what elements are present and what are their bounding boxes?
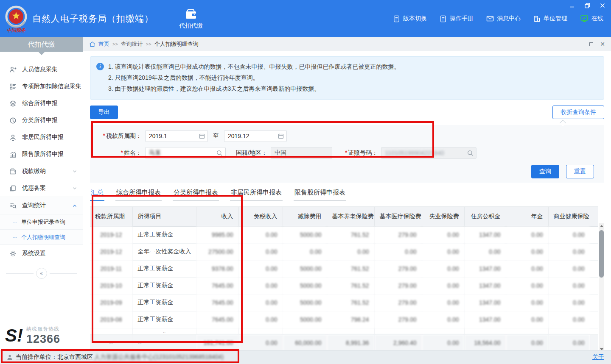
cell: 279.00 bbox=[374, 294, 422, 311]
monitor-check-icon bbox=[580, 15, 589, 22]
content-body: i 1. 该查询统计表仅能查询已申报成功的数据，不包含未申报、申报失败，已申报但… bbox=[83, 51, 611, 350]
calendar-icon[interactable] bbox=[278, 133, 284, 139]
online-label: 在线 bbox=[591, 15, 603, 22]
sidebar-item-system-settings[interactable]: 系统设置 bbox=[0, 245, 83, 262]
cell: 279.00 bbox=[374, 311, 422, 328]
tab-classified-income[interactable]: 分类所得申报表 bbox=[173, 188, 219, 201]
tab-restricted-shares[interactable]: 限售股所得申报表 bbox=[294, 188, 346, 201]
vertical-scroll-thumb[interactable] bbox=[599, 230, 604, 278]
about-link[interactable]: 关于 bbox=[592, 353, 604, 361]
sidebar-collapse-button[interactable]: « bbox=[36, 268, 47, 279]
sidebar-item-classified-income[interactable]: 分类所得申报 bbox=[0, 112, 83, 129]
sidebar-item-comprehensive-income[interactable]: 综合所得申报 bbox=[0, 95, 83, 112]
cell bbox=[590, 243, 598, 260]
menu-message-center[interactable]: 消息中心 bbox=[486, 15, 521, 22]
menu-manual[interactable]: 操作手册 bbox=[440, 15, 474, 22]
column-header: 基本医疗保险费 bbox=[374, 207, 422, 226]
scroll-down-icon[interactable] bbox=[599, 347, 604, 350]
sidebar-item-personnel-info[interactable]: 人员信息采集 bbox=[0, 61, 83, 78]
table-row: 2019-11正常工资薪金9378.000.005000.00761.52279… bbox=[90, 260, 598, 277]
cell: 正常工资薪金 bbox=[132, 277, 196, 294]
breadcrumb-item[interactable]: 查询统计 bbox=[121, 40, 143, 48]
tab-daikou-daijiao[interactable]: 代扣代缴 bbox=[179, 8, 203, 30]
sidebar-item-tax-payment[interactable]: 税款缴纳 bbox=[0, 163, 83, 180]
cell: 0.00 bbox=[238, 277, 283, 294]
table-summary-row: ----161,741.000.0060,000.008,991.362,960… bbox=[90, 334, 598, 350]
sidebar-item-restricted-shares[interactable]: 限售股所得申报 bbox=[0, 146, 83, 163]
toolbar: 导出 收折查询条件 bbox=[90, 106, 604, 119]
cell: 0.00 bbox=[283, 243, 327, 260]
cell: 2019-10 bbox=[90, 277, 132, 294]
sidebar-item-personal-withholding-query[interactable]: 个人扣缴明细查询 bbox=[0, 229, 83, 245]
cell: 0.00 bbox=[238, 243, 283, 260]
search-icon[interactable] bbox=[216, 150, 223, 156]
name-label: *姓名： bbox=[92, 149, 142, 157]
caret-row bbox=[90, 119, 604, 125]
document-icon bbox=[393, 15, 400, 22]
menu-unit-management[interactable]: 单位管理 bbox=[533, 15, 567, 22]
column-header: 失业保险费 bbox=[422, 207, 464, 226]
cell: 0.00 bbox=[506, 260, 548, 277]
cell: 5000.00 bbox=[283, 260, 327, 277]
cell: 1347.00 bbox=[464, 311, 506, 328]
sidebar-item-label: 专项附加扣除信息采集 bbox=[22, 83, 81, 90]
export-button[interactable]: 导出 bbox=[90, 106, 118, 119]
column-header: 收入 bbox=[196, 207, 238, 226]
query-button[interactable]: 查询 bbox=[531, 165, 559, 178]
period-from-input[interactable]: 2019.1 bbox=[145, 130, 208, 142]
cell bbox=[590, 294, 598, 311]
cell bbox=[590, 260, 598, 277]
sidebar-item-nonresident-income[interactable]: 非居民所得申报 bbox=[0, 129, 83, 146]
notice-box: i 1. 该查询统计表仅能查询已申报成功的数据，不包含未申报、申报失败，已申报但… bbox=[90, 56, 604, 100]
bar-chart-icon bbox=[9, 151, 17, 158]
calendar-icon[interactable] bbox=[199, 133, 205, 139]
cell: 2019-08 bbox=[90, 311, 132, 328]
sidebar-item-label: 综合所得申报 bbox=[22, 100, 58, 107]
sidebar-item-label: 人员信息采集 bbox=[22, 66, 58, 73]
cell: 7645.00 bbox=[196, 311, 238, 328]
panel-close-icon[interactable]: ✕ bbox=[600, 41, 605, 47]
cell: 0.00 bbox=[422, 294, 464, 311]
period-to-input[interactable]: 2019.12 bbox=[224, 130, 287, 142]
tab-summary[interactable]: 汇总 bbox=[90, 188, 104, 201]
sidebar-item-label: 优惠备案 bbox=[22, 184, 46, 192]
sidebar-item-query-statistics[interactable]: 查询统计 bbox=[0, 197, 83, 214]
menu-version-switch[interactable]: 版本切换 bbox=[393, 15, 427, 22]
layers-icon bbox=[9, 100, 17, 107]
cell bbox=[548, 328, 590, 334]
vertical-scrollbar[interactable] bbox=[599, 223, 604, 350]
minimize-icon[interactable] bbox=[569, 3, 575, 8]
breadcrumb-current: 个人扣缴明细查询 bbox=[154, 40, 199, 48]
cell: 0.00 bbox=[238, 260, 283, 277]
sidebar-item-preferential-filing[interactable]: 优惠备案 bbox=[0, 180, 83, 197]
close-icon[interactable] bbox=[599, 3, 606, 8]
tab-nonresident-income[interactable]: 非居民所得申报表 bbox=[230, 188, 283, 201]
cell: 0.00 bbox=[238, 294, 283, 311]
sidebar-item-special-deduction[interactable]: 专项附加扣除信息采集 bbox=[0, 78, 83, 95]
cell: 9378.00 bbox=[196, 260, 238, 277]
sidebar-item-unit-declaration-query[interactable]: 单位申报记录查询 bbox=[0, 214, 83, 229]
table-body: 2019-12正常工资薪金9985.000.005000.00761.52279… bbox=[90, 226, 598, 350]
search-icon[interactable] bbox=[467, 150, 474, 156]
cell: 0.00 bbox=[422, 260, 464, 277]
online-status[interactable]: 在线 bbox=[580, 15, 603, 22]
id-number-input: 110105199904221840 bbox=[381, 147, 476, 159]
column-header: 商业健康保险 bbox=[548, 207, 590, 226]
restore-icon[interactable] bbox=[584, 3, 591, 8]
name-input[interactable]: 马某 bbox=[145, 147, 226, 159]
sidebar: 代扣代缴 人员信息采集 专项附加扣除信息采集 综合所得申报 分类所得申报 非居民… bbox=[0, 37, 83, 350]
cell: 1347.00 bbox=[464, 260, 506, 277]
collapse-query-button[interactable]: 收折查询条件 bbox=[552, 106, 604, 119]
panel-maximize-icon[interactable] bbox=[589, 42, 593, 46]
reset-button[interactable]: 重置 bbox=[566, 165, 594, 178]
breadcrumb-home[interactable]: 首页 bbox=[98, 40, 109, 48]
scroll-up-icon[interactable] bbox=[599, 223, 604, 229]
cell: 0.00 bbox=[548, 243, 590, 260]
tab-comprehensive-income[interactable]: 综合所得申报表 bbox=[115, 188, 162, 201]
sidebar-item-label: 非居民所得申报 bbox=[22, 133, 64, 141]
cell: 0.00 bbox=[422, 311, 464, 328]
cell: 60,000.00 bbox=[283, 334, 327, 350]
to-label: 至 bbox=[213, 132, 219, 140]
cell: 0.00 bbox=[422, 334, 464, 350]
breadcrumb: 首页 >> 查询统计 >> 个人扣缴明细查询 ✕ bbox=[83, 37, 611, 51]
